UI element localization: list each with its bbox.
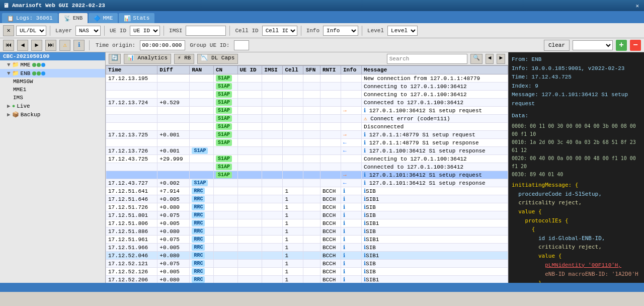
table-row[interactable]: S1APConnecting to 127.0.1.100:36412 (106, 83, 508, 91)
tab-mme[interactable]: 🔷 MME (89, 13, 118, 23)
table-row[interactable]: 17.12.51.806+0.005RRC1BCCHℹℹSIB1 (106, 219, 508, 227)
table-row[interactable]: S1AP⚠ Connect error (code=111) (106, 115, 508, 123)
ueid-select[interactable]: UE ID (130, 26, 160, 36)
cellid-select[interactable]: Cell ID (262, 26, 297, 36)
table-row[interactable]: 17.12.51.726+0.080RRC1BCCHℹℹSIB (106, 203, 508, 211)
close-icon[interactable]: ✕ (633, 3, 641, 9)
sidebar-item-mme1[interactable]: MME1 (0, 86, 105, 94)
imsi-input[interactable] (186, 26, 226, 36)
tab-stats[interactable]: 📊 Stats (119, 13, 154, 23)
time-origin-input[interactable] (140, 40, 185, 50)
tab-logs[interactable]: 📋 Logs: 36061 (2, 13, 58, 23)
rp-data-label: Data: (512, 112, 641, 121)
filter-arrow-right[interactable]: ▶ (497, 54, 505, 64)
imsi-label: IMSI (168, 28, 184, 34)
clear-button[interactable]: Clear (544, 40, 570, 51)
info-btn[interactable]: ℹ (73, 40, 85, 51)
level-select[interactable]: Level (387, 26, 418, 36)
group-ue-label: Group UE ID: (188, 42, 231, 48)
sidebar-item-ims[interactable]: IMS (0, 94, 105, 102)
rp-decoded-area: initiatingMessage: { procedureCode id-S1… (512, 181, 641, 283)
tab-enb[interactable]: 📡 ENB (59, 13, 88, 23)
rp-from: From: ENB (512, 55, 641, 64)
sidebar-label-mbmsgw: MBMSGW (13, 79, 33, 85)
table-row[interactable]: 17.12.52.206+0.080RRC1BCCHℹℹSIB1 (106, 276, 508, 283)
table-row[interactable]: S1APConnecting to 127.0.1.100:36412 (106, 91, 508, 99)
col-message: Message (362, 66, 508, 74)
sidebar-item-live[interactable]: ▶ ● Live (0, 102, 105, 110)
table-row[interactable]: 17.12.52.126+0.005RRC1BCCHℹℹSIB (106, 268, 508, 276)
table-row[interactable]: 17.12.51.641+7.914RRC1BCCHℹℹSIB (106, 187, 508, 195)
rp-message: Message: 127.0.1.101:36412 S1 setup requ… (512, 91, 641, 108)
filter-arrow-left[interactable]: ◀ (486, 54, 494, 64)
dot-blue-1 (41, 63, 45, 67)
nav-first-btn[interactable]: ⏮ (3, 40, 14, 51)
col-sfn: SFN (303, 66, 320, 74)
main-area: CBC-2021050100 ▼ 📁 MME ▼ 📁 ENB MBMSGW (0, 52, 644, 283)
table-row[interactable]: 17.12.51.801+0.075RRC1BCCHℹℹSIB (106, 211, 508, 219)
rb-btn[interactable]: ⚡ RB (174, 54, 194, 64)
enb-icon: 📡 (64, 15, 71, 22)
dot-green-2 (37, 63, 41, 67)
tabbar: 📋 Logs: 36061 📡 ENB 🔷 MME 📊 Stats (0, 11, 644, 23)
refresh-btn[interactable]: 🔄 (109, 54, 121, 64)
uldl-select[interactable]: UL/DL UL DL (16, 26, 46, 36)
col-cell: Cell (283, 66, 303, 74)
nav-next-btn[interactable]: ▶ (31, 40, 42, 51)
table-row[interactable]: 17.12.52.046+0.080RRC1BCCHℹℹSIB1 (106, 252, 508, 260)
remove-filter-btn[interactable]: − (630, 40, 641, 51)
rp-hex-area: 0000: 00 11 00 30 00 00 04 00 3b 00 08 0… (512, 122, 641, 179)
add-filter-btn[interactable]: + (616, 40, 627, 51)
search-input[interactable] (387, 54, 467, 64)
warn-btn[interactable]: ⚠ (59, 40, 70, 51)
group-ue-input[interactable] (234, 40, 249, 50)
table-row[interactable]: 17.12.13.725+0.001S1AP→ℹ 127.0.1.1:48779… (106, 131, 508, 139)
col-cn: CN (214, 66, 238, 74)
table-row[interactable]: S1AP←ℹ 127.0.1.1:48779 S1 setup response (106, 139, 508, 147)
col-imsi: IMSI (262, 66, 283, 74)
table-row[interactable]: 17.12.51.886+0.080RRC1BCCHℹℹSIB (106, 227, 508, 236)
sidebar-item-enb[interactable]: ▼ 📁 ENB (0, 69, 105, 78)
table-row[interactable]: 17.12.43.727+0.002S1AP←ℹ 127.0.1.101:364… (106, 179, 508, 187)
app-icon: 🖥 (3, 2, 9, 10)
table-row[interactable]: 17.12.43.725+29.999S1APConnecting to 127… (106, 155, 508, 163)
table-row[interactable]: 17.12.51.961+0.075RRC1BCCHℹℹSIB1 (106, 236, 508, 244)
nav-last-btn[interactable]: ⏭ (45, 40, 56, 51)
dl-caps-btn[interactable]: 📉 DL Caps (197, 54, 238, 64)
analytics-btn[interactable]: 📊 Analytics (124, 54, 171, 64)
table-row[interactable]: S1AP→ℹ 127.0.1.101:36412 S1 setup reques… (106, 171, 508, 179)
dot-green-4 (37, 71, 41, 75)
info-select[interactable]: Info (323, 26, 358, 36)
layer-select[interactable]: NAS RRC S1AP (75, 26, 101, 36)
table-row[interactable]: S1AP→ℹ 127.0.1.100:36412 S1 setup reques… (106, 107, 508, 115)
right-panel: From: ENB Info: 10.0.0.185:9001, v2022-0… (508, 52, 644, 283)
col-ran: RAN (190, 66, 214, 74)
table-row[interactable]: 17.12.52.121+0.075RRC1BCCHℹℹSIB (106, 260, 508, 268)
table-row[interactable]: 17.12.13.195S1APNew connection from 127.… (106, 74, 508, 83)
sidebar-item-mme[interactable]: ▼ 📁 MME (0, 60, 105, 69)
filter-select[interactable] (573, 40, 613, 50)
table-row[interactable]: 17.12.51.646+0.005RRC1BCCHℹℹSIB1 (106, 195, 508, 203)
sidebar-label-enb: ENB (21, 70, 31, 76)
table-row[interactable]: 17.12.13.724+0.529S1APConnected to 127.0… (106, 99, 508, 107)
mme-folder-icon: 📁 (12, 61, 19, 68)
app-title: Amarisoft Web GUI 2022-02-23 (12, 3, 105, 9)
backup-icon: 📦 (12, 111, 19, 118)
table-row[interactable]: S1APConnected to 127.0.1.100:36412 (106, 163, 508, 171)
sidebar-item-mbmsgw[interactable]: MBMSGW (0, 78, 105, 86)
search-icon-btn[interactable]: 🔍 (470, 54, 482, 64)
close-panel-btn[interactable]: ✕ (3, 25, 14, 36)
table-row[interactable]: S1APDisconnected (106, 123, 508, 131)
sidebar-item-backup[interactable]: ▶ 📦 Backup (0, 110, 105, 119)
rp-index: Index: 9 (512, 82, 641, 91)
nav-prev-btn[interactable]: ◀ (17, 40, 28, 51)
table-row[interactable]: 17.12.51.966+0.005RRC1BCCHℹℹSIB (106, 244, 508, 252)
arrow-live: ▶ (7, 103, 11, 109)
message-table: Time Diff RAN CN UE ID IMSI Cell SFN RNT… (106, 65, 508, 283)
table-header: Time Diff RAN CN UE ID IMSI Cell SFN RNT… (106, 66, 508, 74)
content-area: 🔄 📊 Analytics ⚡ RB 📉 DL Caps 🔍 ◀ ▶ Time … (106, 52, 508, 283)
dot-green-3 (32, 71, 36, 75)
sidebar-label-live: Live (17, 103, 30, 109)
table-row[interactable]: 17.12.13.726+0.001S1AP←ℹ 127.0.1.100:364… (106, 147, 508, 155)
rp-info: Info: 10.0.0.185:9001, v2022-02-23 (512, 64, 641, 73)
